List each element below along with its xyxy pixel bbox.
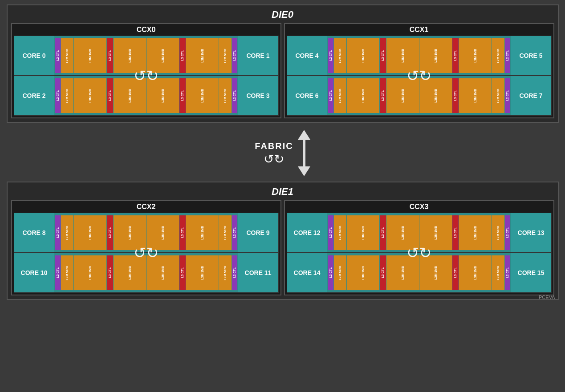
core2-l2m2: L2M 512K <box>219 78 232 113</box>
core0-l3ctl: L3 CTL <box>107 38 113 73</box>
core0-l2ctl2: L2 CTL <box>232 38 237 73</box>
core1-label: CORE 1 <box>238 36 278 75</box>
ccx1-row0: CORE 4 L2 CTL L2M 512K L3M 1MB L3 CTL L3… <box>287 36 552 76</box>
core14-l3ctl2: L3 CTL <box>452 255 459 290</box>
core12-l3m4: L3M 1MB <box>459 215 492 250</box>
core12-l2ctl: L2 CTL <box>328 215 333 250</box>
core10-l2m: L2M 512K <box>61 255 73 290</box>
core0-l2m: L2M 512K <box>61 38 73 73</box>
ccx3-block: CCX3 CORE 12 L2 CTL L2M 512K L3M 1MB L3 … <box>284 200 554 295</box>
arrow-head-down <box>298 166 310 176</box>
core3-label: CORE 3 <box>238 76 278 115</box>
core12-l2m2: L2M 512K <box>492 215 504 250</box>
core2-l3m4: L3M 1MB <box>186 78 219 113</box>
core8-l3ctl2: L3 CTL <box>179 215 186 250</box>
core6-l2m2: L2M 512K <box>492 78 504 113</box>
die0-title: DIE0 <box>11 9 554 20</box>
die1-ccx-row: CCX2 CORE 8 L2 CTL L2M 512K L3M 1MB L3 C… <box>11 200 554 295</box>
core5-label: CORE 5 <box>511 36 551 75</box>
core0-l3m1: L3M 1MB <box>74 38 106 73</box>
core2-l2m: L2M 512K <box>61 78 73 113</box>
core10-l3ctl2: L3 CTL <box>179 255 186 290</box>
core15-label: CORE 15 <box>511 253 551 292</box>
core0-l2m2: L2M 512K <box>219 38 232 73</box>
core4-l2ctl2: L2 CTL <box>505 38 510 73</box>
die1-title: DIE1 <box>11 186 554 198</box>
core0-l3m3: L3M 1MB <box>146 38 179 73</box>
core10-l3m1: L3M 1MB <box>74 255 106 290</box>
ccx3-row1: CORE 14 L2 CTL L2M 512K L3M 1MB L3 CTL L… <box>287 253 552 293</box>
ccx1-block: CCX1 CORE 4 L2 CTL L2M 512K L3M 1MB L3 C… <box>284 23 554 118</box>
core2-label: CORE 2 <box>14 76 54 115</box>
core12-l3m3: L3M 1MB <box>419 215 452 250</box>
core10-l2ctl: L2 CTL <box>55 255 61 290</box>
core14-l2ctl2: L2 CTL <box>505 255 510 290</box>
ccx2-row1: CORE 10 L2 CTL L2M 512K L3M 1MB L3 CTL L… <box>14 253 279 293</box>
core6-l3m1: L3M 1MB <box>347 78 379 113</box>
core4-l2m: L2M 512K <box>334 38 346 73</box>
ccx0-row1: CORE 2 L2 CTL L2M 512K L3M 1MB L3 CTL L3… <box>14 76 279 116</box>
core4-l3m3: L3M 1MB <box>419 38 452 73</box>
core4-l3ctl: L3 CTL <box>380 38 386 73</box>
core12-l3ctl2: L3 CTL <box>452 215 459 250</box>
fabric-arrow-group: ↺↻ <box>264 153 284 166</box>
die1-container: DIE1 CCX2 CORE 8 L2 CTL L2M 512K L3M 1MB… <box>7 182 559 300</box>
core8-label: CORE 8 <box>14 213 54 252</box>
ccx0-title: CCX0 <box>14 26 279 34</box>
core14-label: CORE 14 <box>287 253 327 292</box>
core14-l3m4: L3M 1MB <box>459 255 492 290</box>
arrow-shaft <box>303 140 305 166</box>
core0-l3ctl2: L3 CTL <box>179 38 186 73</box>
core10-label: CORE 10 <box>14 253 54 292</box>
core8-l2m: L2M 512K <box>61 215 73 250</box>
core12-label: CORE 12 <box>287 213 327 252</box>
core4-l3ctl2: L3 CTL <box>452 38 459 73</box>
core8-l2ctl2: L2 CTL <box>232 215 237 250</box>
ccx1-row1: CORE 6 L2 CTL L2M 512K L3M 1MB L3 CTL L3… <box>287 76 552 116</box>
core10-l3m4: L3M 1MB <box>186 255 219 290</box>
ccx1-rows-wrapper: CORE 4 L2 CTL L2M 512K L3M 1MB L3 CTL L3… <box>287 36 552 116</box>
core14-l3ctl: L3 CTL <box>380 255 386 290</box>
core6-l3m2: L3M 1MB <box>386 78 419 113</box>
core8-l2m2: L2M 512K <box>219 215 232 250</box>
core8-l3m4: L3M 1MB <box>186 215 219 250</box>
fabric-label-area: FABRIC ↺↻ <box>255 141 293 166</box>
core2-l3ctl2: L3 CTL <box>179 78 186 113</box>
core2-l2ctl: L2 CTL <box>55 78 61 113</box>
core12-l3ctl: L3 CTL <box>380 215 386 250</box>
core14-l3m1: L3M 1MB <box>347 255 379 290</box>
core0-l3m2: L3M 1MB <box>114 38 146 73</box>
core12-l2ctl2: L2 CTL <box>505 215 510 250</box>
core14-cache: L2 CTL L2M 512K L3M 1MB L3 CTL L3M 1MB L… <box>327 253 511 292</box>
core0-cache: L2 CTL L2M 512K L3M 1MB L3 CTL L3M 1MB L… <box>54 36 238 75</box>
core11-label: CORE 11 <box>238 253 278 292</box>
arrow-head-up <box>298 130 310 140</box>
core4-l3m1: L3M 1MB <box>347 38 379 73</box>
fabric-section: FABRIC ↺↻ <box>255 126 310 180</box>
core10-l3m2: L3M 1MB <box>114 255 146 290</box>
core0-l2ctl: L2 CTL <box>55 38 61 73</box>
core10-l3ctl: L3 CTL <box>107 255 113 290</box>
core14-l3m3: L3M 1MB <box>419 255 452 290</box>
core6-l3m4: L3M 1MB <box>459 78 492 113</box>
ccx1-title: CCX1 <box>287 26 552 34</box>
core6-cache: L2 CTL L2M 512K L3M 1MB L3 CTL L3M 1MB L… <box>327 76 511 115</box>
core0-l3m4: L3M 1MB <box>186 38 219 73</box>
core2-l3m2: L3M 1MB <box>114 78 146 113</box>
core4-label: CORE 4 <box>287 36 327 75</box>
fabric-text: FABRIC <box>255 141 293 151</box>
core6-l2ctl: L2 CTL <box>328 78 333 113</box>
ccx0-rows-wrapper: CORE 0 L2 CTL L2M 512K L3M 1MB L3 CTL L3… <box>14 36 279 116</box>
core4-l2ctl: L2 CTL <box>328 38 333 73</box>
ccx2-block: CCX2 CORE 8 L2 CTL L2M 512K L3M 1MB L3 C… <box>11 200 281 295</box>
core6-l3ctl2: L3 CTL <box>452 78 459 113</box>
core10-cache: L2 CTL L2M 512K L3M 1MB L3 CTL L3M 1MB L… <box>54 253 238 292</box>
core2-l3m1: L3M 1MB <box>74 78 106 113</box>
core2-l3ctl: L3 CTL <box>107 78 113 113</box>
core7-label: CORE 7 <box>511 76 551 115</box>
core4-l3m4: L3M 1MB <box>459 38 492 73</box>
core8-l3ctl: L3 CTL <box>107 215 113 250</box>
core6-l2ctl2: L2 CTL <box>505 78 510 113</box>
core6-l3ctl: L3 CTL <box>380 78 386 113</box>
core10-l2m2: L2M 512K <box>219 255 232 290</box>
